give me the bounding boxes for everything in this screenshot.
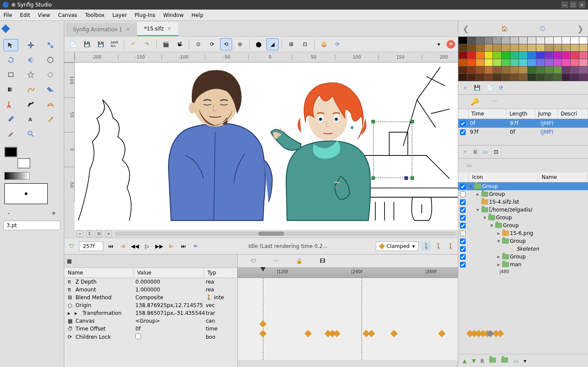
keyframe-lock-icon[interactable]: 🛡	[67, 241, 76, 251]
timeline-ruler[interactable]: |120f|240f|360f|480	[238, 268, 458, 278]
param-row[interactable]: π Z Depth0.000000rea	[64, 278, 237, 286]
palette-swatch[interactable]	[571, 44, 579, 51]
timebar-icon[interactable]: 🚶	[434, 241, 443, 251]
menu-help[interactable]: Help	[191, 12, 203, 18]
horizontal-scrollbar[interactable]	[115, 231, 456, 236]
canvas-close-icon[interactable]: ✕	[447, 40, 455, 49]
menu-window[interactable]: Window	[163, 12, 184, 18]
zoom-tool[interactable]	[23, 128, 38, 140]
layer-dup-icon[interactable]	[501, 357, 508, 364]
palette-swatch[interactable]	[493, 52, 501, 59]
palette-swatch[interactable]	[528, 59, 536, 66]
palette-swatch[interactable]	[554, 66, 562, 73]
palette-swatch[interactable]	[562, 66, 570, 73]
preview-icon[interactable]: 📽	[174, 38, 186, 50]
loop-icon[interactable]: ✏	[191, 241, 200, 251]
canvas-viewport[interactable]	[75, 63, 458, 230]
layer-row[interactable]: ▾ Group	[458, 214, 588, 222]
prev-frame-icon[interactable]: ◀◀	[130, 241, 140, 251]
palette-swatch[interactable]	[519, 52, 527, 59]
palette-swatch[interactable]	[562, 74, 570, 81]
palette-swatch[interactable]	[502, 44, 510, 51]
close-button[interactable]: ✕	[578, 1, 585, 8]
menu-edit[interactable]: Edit	[20, 12, 30, 18]
palette-swatch[interactable]	[554, 37, 562, 44]
palette-swatch[interactable]	[485, 66, 493, 73]
timeline-body[interactable]	[238, 278, 458, 360]
rotate-tool[interactable]	[3, 54, 18, 66]
selection-box[interactable]	[373, 122, 412, 178]
palette-swatch[interactable]	[554, 52, 562, 59]
layers-tab-icon[interactable]: ▭	[467, 162, 472, 169]
tab-doc-1[interactable]: *15.sifz✕	[137, 22, 178, 36]
param-row[interactable]: ⟳ Children Lockboo	[64, 333, 237, 341]
scale-tool[interactable]	[43, 39, 58, 51]
nav-home-icon[interactable]: 🏠	[501, 26, 508, 32]
palette-swatch[interactable]	[467, 52, 476, 59]
menu-canvas[interactable]: Canvas	[58, 12, 77, 18]
palette-save-icon[interactable]: 💾	[474, 85, 480, 91]
refresh-icon[interactable]: ⟳	[332, 38, 344, 50]
palette-swatch[interactable]	[476, 59, 484, 66]
zoom-out-icon[interactable]: −	[76, 230, 83, 237]
layer-up-icon[interactable]: ▲	[463, 358, 466, 364]
palette-swatch[interactable]	[476, 44, 484, 51]
maximize-button[interactable]: ▢	[570, 1, 577, 8]
keyframe-row[interactable]: 97f0f(JMP)	[458, 128, 588, 136]
layer-row[interactable]: ▾ Group	[458, 222, 588, 229]
palette-swatch[interactable]	[562, 37, 570, 44]
seek-start-icon[interactable]: ⏮	[106, 241, 115, 251]
keyframe-row[interactable]: 0f97f(JMP)	[458, 119, 588, 128]
palette-swatch[interactable]	[459, 59, 467, 66]
palette-swatch[interactable]	[510, 37, 519, 44]
palette-swatch[interactable]	[562, 44, 570, 51]
zoom-1-icon[interactable]: 1	[86, 230, 93, 237]
nav-next-icon[interactable]: ❯	[577, 24, 584, 33]
tab-doc-0[interactable]: Synfig Animation 1✕	[66, 23, 137, 36]
menu-view[interactable]: View	[38, 12, 50, 18]
menu-plugins[interactable]: Plug-Ins	[135, 12, 155, 18]
palette-swatch[interactable]	[545, 52, 553, 59]
palette-swatch[interactable]	[485, 44, 493, 51]
palette-swatch[interactable]	[459, 44, 467, 51]
palette-swatch[interactable]	[579, 66, 588, 73]
layer-row[interactable]: ▸ man	[458, 261, 588, 268]
close-tab-icon[interactable]: ✕	[126, 26, 130, 33]
timeline-marker-icon[interactable]	[260, 267, 266, 271]
layer-row[interactable]: ▾ Group	[458, 237, 588, 245]
param-row[interactable]: ⏱ Time Offset0ftime	[64, 325, 237, 333]
text-tool[interactable]: A	[23, 113, 38, 125]
keyframe-diamond[interactable]	[333, 330, 341, 337]
rectangle-tool[interactable]	[3, 69, 18, 81]
palette-swatch[interactable]	[536, 44, 545, 51]
history-tab-icon[interactable]: 🔒	[296, 258, 302, 264]
palette-swatch[interactable]	[493, 44, 501, 51]
animate-toggle-icon[interactable]: 🚶	[446, 241, 455, 251]
play-icon[interactable]: ▷	[142, 241, 152, 251]
background-color[interactable]	[17, 158, 30, 169]
save-as-icon[interactable]: 💾	[95, 38, 107, 50]
palette-swatch[interactable]	[493, 74, 501, 81]
redo-icon[interactable]: ↷	[141, 38, 153, 50]
brush-tool[interactable]	[3, 128, 18, 140]
param-row[interactable]: ⊞ Blend MethodComposite🚶inte	[64, 294, 237, 301]
close-tab-icon[interactable]: ✕	[167, 26, 171, 32]
handle-br[interactable]	[411, 176, 414, 180]
save-all-icon[interactable]: SAVEALL	[108, 38, 121, 50]
keyframe-diamond[interactable]	[438, 330, 446, 337]
palette-swatch[interactable]	[536, 37, 545, 44]
palette-swatch[interactable]	[519, 37, 527, 44]
keyframe-diamond[interactable]	[305, 330, 312, 337]
palette-swatch[interactable]	[510, 44, 519, 51]
palette-swatch[interactable]	[485, 37, 493, 44]
prev-keyframe-icon[interactable]: ⧏	[118, 241, 128, 251]
cutout-tool[interactable]	[3, 98, 18, 110]
curves-tab-icon[interactable]: 〰	[273, 258, 279, 264]
star-tool[interactable]	[23, 69, 38, 81]
palette-swatch[interactable]	[579, 59, 588, 66]
palette-swatch[interactable]	[519, 74, 527, 81]
palette-swatch[interactable]	[554, 59, 562, 66]
palette-swatch[interactable]	[536, 74, 545, 81]
palette-swatch[interactable]	[459, 74, 467, 81]
param-row[interactable]: ○ Origin138.876925px,12.714575vec	[64, 301, 237, 309]
